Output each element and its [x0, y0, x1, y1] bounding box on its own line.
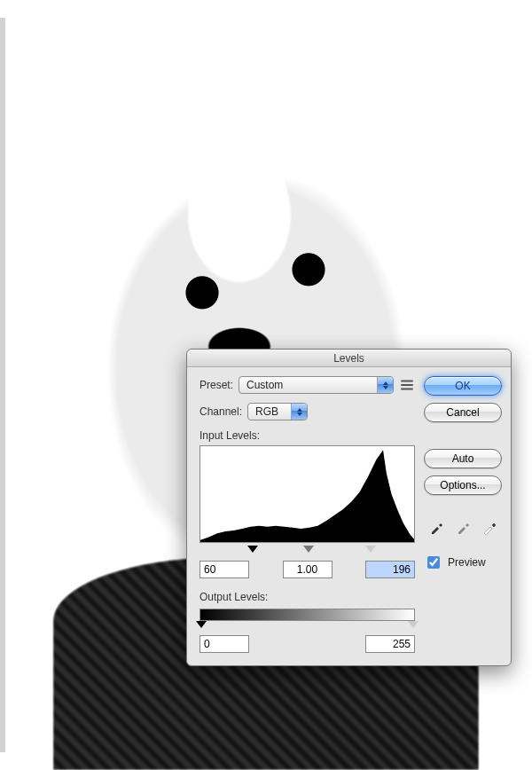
preset-popup[interactable]: Custom — [239, 376, 394, 394]
channel-value: RGB — [255, 405, 278, 418]
eyedropper-white-icon[interactable] — [480, 520, 499, 536]
output-levels-label: Output Levels: — [200, 591, 415, 603]
input-levels-label: Input Levels: — [200, 429, 415, 442]
popup-arrows-icon — [377, 377, 393, 393]
input-midtone-field[interactable] — [283, 561, 332, 578]
eyedropper-black-icon[interactable] — [426, 520, 446, 536]
midtone-slider-handle[interactable] — [303, 546, 314, 553]
preview-label: Preview — [448, 556, 486, 569]
output-shadow-field[interactable] — [200, 635, 249, 653]
output-shadow-handle[interactable] — [196, 621, 207, 628]
dialog-title: Levels — [187, 350, 511, 367]
preset-label: Preset: — [200, 379, 233, 391]
preview-checkbox-row[interactable]: Preview — [424, 554, 502, 571]
output-gradient[interactable] — [200, 609, 415, 621]
preset-menu-button[interactable] — [399, 377, 415, 393]
output-slider-track[interactable] — [200, 621, 415, 632]
histogram[interactable] — [200, 445, 415, 543]
input-slider-track[interactable] — [200, 545, 415, 557]
levels-dialog: Levels Preset: Custom Channel: RGB — [186, 349, 512, 666]
auto-button[interactable]: Auto — [424, 449, 502, 468]
preset-value: Custom — [246, 379, 283, 391]
highlight-slider-handle[interactable] — [365, 546, 376, 553]
input-shadow-field[interactable] — [200, 561, 249, 578]
input-highlight-field[interactable] — [365, 561, 415, 578]
output-highlight-handle[interactable] — [408, 621, 419, 628]
options-button[interactable]: Options... — [424, 475, 502, 495]
channel-popup[interactable]: RGB — [247, 403, 308, 420]
channel-label: Channel: — [200, 405, 242, 418]
ok-button[interactable]: OK — [424, 376, 502, 396]
eyedropper-gray-icon[interactable] — [453, 520, 473, 536]
output-highlight-field[interactable] — [365, 635, 415, 653]
popup-arrows-icon — [291, 404, 307, 420]
cancel-button[interactable]: Cancel — [424, 403, 502, 422]
shadow-slider-handle[interactable] — [247, 546, 258, 553]
preview-checkbox[interactable] — [427, 556, 440, 569]
